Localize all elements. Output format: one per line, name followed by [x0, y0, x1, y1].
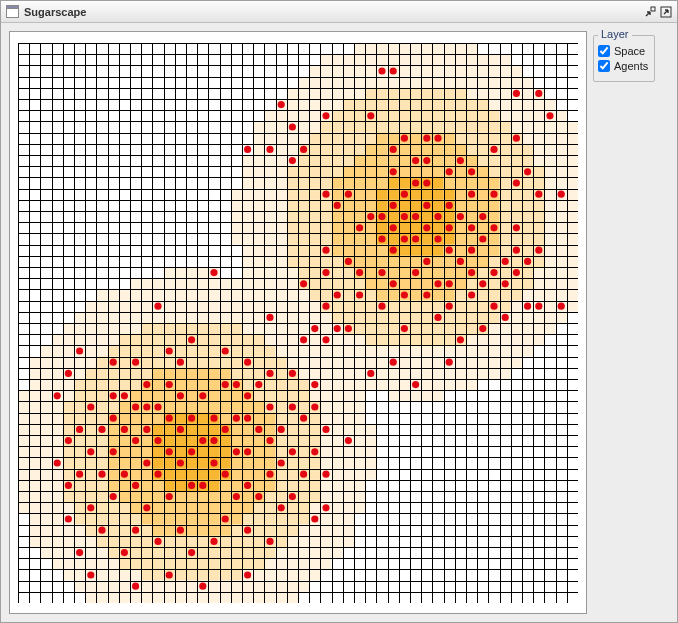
layer-checkbox-agents[interactable]: Agents: [598, 60, 650, 72]
layer-groupbox: Layer Space Agents: [593, 35, 655, 82]
agents-checkbox[interactable]: [598, 60, 610, 72]
content-area: Layer Space Agents: [1, 23, 677, 622]
layer-legend: Layer: [598, 28, 632, 40]
simulation-canvas[interactable]: [18, 43, 578, 603]
svg-rect-2: [651, 7, 655, 11]
space-checkbox[interactable]: [598, 45, 610, 57]
maximize-icon[interactable]: [659, 5, 673, 19]
window-title: Sugarscape: [24, 6, 643, 18]
titlebar[interactable]: Sugarscape: [1, 1, 677, 23]
window-frame: Sugarscape Layer Space Agents: [0, 0, 678, 623]
svg-rect-1: [6, 6, 18, 9]
space-label: Space: [614, 45, 645, 57]
agents-label: Agents: [614, 60, 648, 72]
side-panel: Layer Space Agents: [593, 31, 655, 614]
simulation-panel: [9, 31, 587, 614]
layer-checkbox-space[interactable]: Space: [598, 45, 650, 57]
iconify-icon[interactable]: [643, 5, 657, 19]
window-icon: [5, 5, 19, 19]
